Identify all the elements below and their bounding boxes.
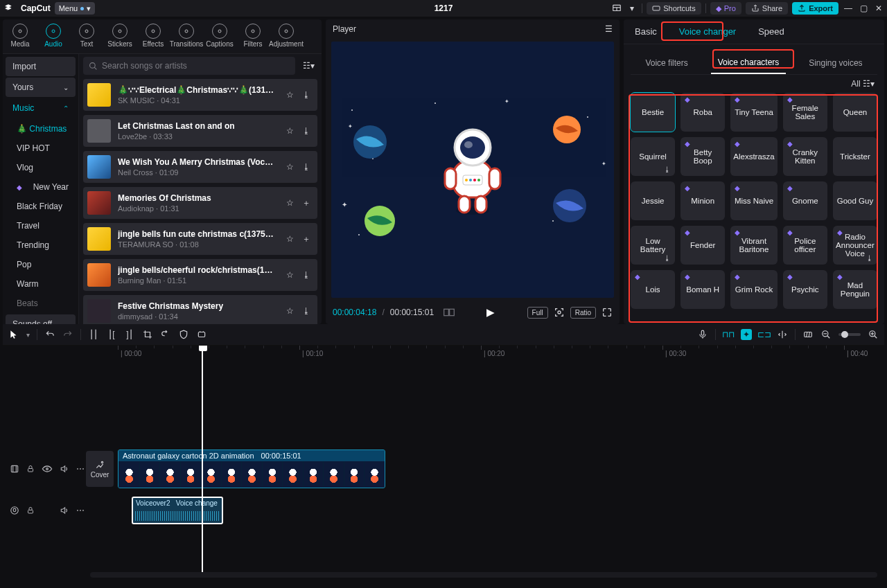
download-icon[interactable]: ⭳ <box>301 162 312 172</box>
chevron-down-icon[interactable]: ▾ <box>626 3 638 14</box>
voice-betty-boop[interactable]: ◆Betty Boop <box>680 137 725 176</box>
split-icon[interactable]: ⎮⎮ <box>88 329 99 340</box>
lock-icon[interactable] <box>26 506 35 515</box>
voiceover-icon[interactable] <box>10 506 19 515</box>
song-item[interactable]: Let Christmas Last on and onLove2be · 03… <box>83 115 317 147</box>
full-button[interactable]: Full <box>527 307 548 319</box>
voice-queen[interactable]: Queen <box>833 93 877 132</box>
yours-button[interactable]: Yours⌄ <box>6 78 76 97</box>
download-icon[interactable]: ⭳ <box>301 306 312 316</box>
clear-blanks-icon[interactable] <box>802 329 814 340</box>
auto-snap-icon[interactable]: ✦ <box>741 329 752 340</box>
voice-minion[interactable]: ◆Minion <box>680 181 725 220</box>
zoom-in-icon[interactable] <box>868 329 879 340</box>
category-new-year[interactable]: ◆New Year <box>6 177 76 197</box>
left-tab-transitions[interactable]: Transitions <box>170 22 202 49</box>
main-track-magnet-icon[interactable]: ⊓⊓ <box>723 329 734 340</box>
voice-cranky-kitten[interactable]: ◆Cranky Kitten <box>783 137 827 176</box>
voice-vibrant-baritone[interactable]: ◆Vibrant Baritone <box>730 226 777 265</box>
tab-voice-changer[interactable]: Voice changer <box>668 19 747 44</box>
song-item[interactable]: 🎄∵∵Electrical🎄Christmas∵∵🎄(1316890)SK MU… <box>83 79 317 111</box>
redo-icon[interactable] <box>62 329 73 340</box>
voice-gnome[interactable]: ◆Gnome <box>783 181 827 220</box>
voice-tiny-teena[interactable]: ◆Tiny Teena <box>730 93 777 132</box>
audio-clip[interactable]: Voiceover2 Voice change <box>132 497 223 524</box>
voice-low-battery[interactable]: Low Battery⭳ <box>631 226 675 265</box>
voice-miss-naive[interactable]: ◆Miss Naive <box>730 181 777 220</box>
category-travel[interactable]: Travel <box>6 216 76 235</box>
voice-lois[interactable]: ◆Lois <box>631 270 675 309</box>
favorite-icon[interactable]: ☆ <box>284 162 295 172</box>
video-clip[interactable]: Astronaut galaxy cartoon 2D animation 00… <box>118 449 385 488</box>
download-icon[interactable]: ⭳ <box>301 126 312 136</box>
category-beats[interactable]: Beats <box>6 294 76 313</box>
voice-boman-h[interactable]: ◆Boman H <box>680 270 725 309</box>
song-item[interactable]: Memories Of ChristmasAudioknap · 01:31☆＋ <box>83 187 317 219</box>
left-tab-effects[interactable]: Effects <box>137 22 169 49</box>
download-icon[interactable]: ⭳ <box>301 90 312 100</box>
subtab-singing-voices[interactable]: Singing voices <box>802 53 869 73</box>
voice-psychic[interactable]: ◆Psychic <box>783 270 827 309</box>
mute-icon[interactable] <box>60 506 69 515</box>
timeline[interactable]: | 00:00| 00:10| 00:20| 00:30| 00:40 ⋯ Co… <box>3 345 884 580</box>
voice-bestie[interactable]: Bestie <box>631 93 675 132</box>
category-black-friday[interactable]: Black Friday <box>6 197 76 216</box>
pro-button[interactable]: ◆ Pro <box>710 2 741 15</box>
left-tab-captions[interactable]: Captions <box>204 22 236 49</box>
left-tab-media[interactable]: Media <box>4 22 36 49</box>
voice-female-sales[interactable]: ◆Female Sales <box>783 93 827 132</box>
add-icon[interactable]: ＋ <box>301 233 312 245</box>
minimize-icon[interactable]: — <box>843 3 854 14</box>
filter-icon[interactable]: ☷▾ <box>299 57 317 75</box>
maximize-icon[interactable]: ▢ <box>858 3 869 14</box>
song-item[interactable]: jingle bells/cheerful rock/christmas(137… <box>83 259 317 291</box>
song-item[interactable]: We Wish You A Merry Christmas (Vocals)Ne… <box>83 151 317 183</box>
share-button[interactable]: Share <box>746 2 788 15</box>
favorite-icon[interactable]: ☆ <box>284 270 295 280</box>
more-icon[interactable]: ⋯ <box>76 506 85 515</box>
close-icon[interactable]: ✕ <box>873 3 884 14</box>
all-dropdown[interactable]: All ☷▾ <box>851 79 875 89</box>
menu-icon[interactable]: ☰ <box>605 24 613 34</box>
preview-axis-icon[interactable] <box>777 329 788 340</box>
trim-right-icon[interactable]: ]⎮ <box>124 329 135 340</box>
voice-squirrel[interactable]: Squirrel⭳ <box>631 137 675 176</box>
subtab-voice-filters[interactable]: Voice filters <box>638 53 694 73</box>
shield-icon[interactable] <box>178 329 189 340</box>
playhead[interactable] <box>202 346 203 573</box>
compare-icon[interactable] <box>444 307 455 318</box>
layout-icon[interactable] <box>611 3 622 14</box>
voice-roba[interactable]: ◆Roba <box>680 93 725 132</box>
category-vlog[interactable]: Vlog <box>6 158 76 177</box>
song-item[interactable]: Festive Christmas Mysterydimmysad · 01:3… <box>83 295 317 324</box>
category-warm[interactable]: Warm <box>6 274 76 294</box>
linkage-icon[interactable]: ⊏⊐ <box>759 329 770 340</box>
cover-button[interactable]: Cover <box>86 451 114 487</box>
voice-jessie[interactable]: Jessie <box>631 181 675 220</box>
favorite-icon[interactable]: ☆ <box>284 90 295 100</box>
ratio-button[interactable]: Ratio <box>570 307 596 319</box>
music-button[interactable]: Music⌃ <box>6 98 76 118</box>
shortcuts-button[interactable]: Shortcuts <box>647 2 701 15</box>
favorite-icon[interactable]: ☆ <box>284 197 295 209</box>
voice-trickster[interactable]: Trickster <box>833 137 877 176</box>
export-button[interactable]: Export <box>792 2 838 15</box>
category-trending[interactable]: Trending <box>6 235 76 255</box>
left-tab-audio[interactable]: Audio <box>37 22 69 49</box>
favorite-icon[interactable]: ☆ <box>284 233 295 245</box>
left-tab-text[interactable]: Text <box>71 22 103 49</box>
favorite-icon[interactable]: ☆ <box>284 306 295 316</box>
favorite-icon[interactable]: ☆ <box>284 126 295 136</box>
expand-icon[interactable] <box>601 307 613 318</box>
category-pop[interactable]: Pop <box>6 255 76 274</box>
left-tab-filters[interactable]: Filters <box>237 22 269 49</box>
add-icon[interactable]: ＋ <box>301 197 312 209</box>
scan-icon[interactable] <box>554 307 565 318</box>
fx-icon[interactable] <box>10 464 19 474</box>
voice-mad-penguin[interactable]: ◆Mad Penguin <box>833 270 877 309</box>
voice-good-guy[interactable]: Good Guy <box>833 181 877 220</box>
tab-basic[interactable]: Basic <box>624 19 668 44</box>
crop-icon[interactable] <box>142 329 153 340</box>
mic-icon[interactable] <box>697 329 708 340</box>
menu-button[interactable]: Menu ▾ <box>55 2 96 15</box>
